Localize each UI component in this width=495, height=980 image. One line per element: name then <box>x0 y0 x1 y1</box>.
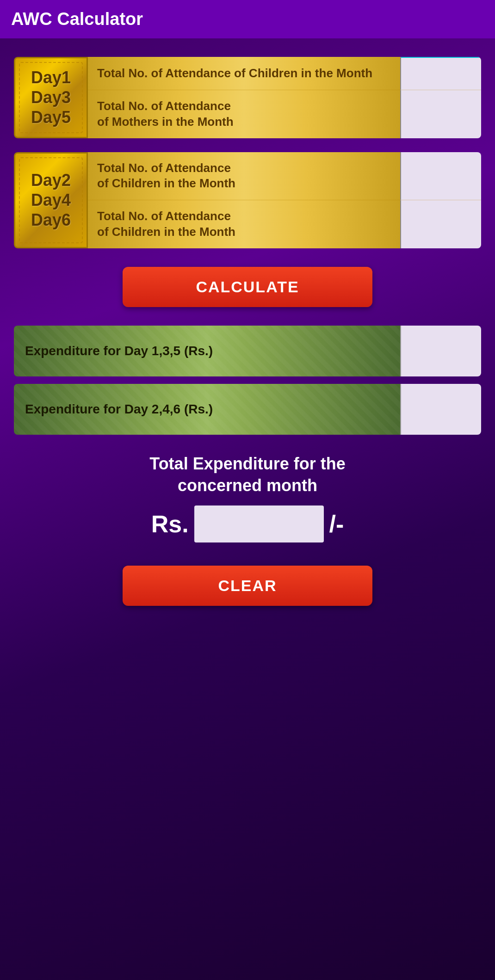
calculate-button-wrap: CALCULATE <box>14 267 481 307</box>
exp246-label-area: Expenditure for Day 2,4,6 (Rs.) <box>14 384 400 435</box>
day135-mothers-row: Total No. of Attendanceof Mothers in the… <box>88 90 481 138</box>
total-input[interactable] <box>194 505 324 542</box>
day135-children-input-wrap <box>400 57 481 90</box>
exp135-card: Expenditure for Day 1,3,5 (Rs.) <box>14 326 481 376</box>
expenditure-section: Expenditure for Day 1,3,5 (Rs.) Expendit… <box>14 326 481 435</box>
day246-children2-input[interactable] <box>401 200 481 248</box>
calculate-button[interactable]: CALCULATE <box>123 267 372 307</box>
day135-mothers-label-area: Total No. of Attendanceof Mothers in the… <box>88 90 400 138</box>
total-slash: /- <box>329 510 344 538</box>
exp135-input-wrap <box>400 326 481 376</box>
day135-children-row: Total No. of Attendance of Children in t… <box>88 57 481 90</box>
day246-children2-label-area: Total No. of Attendanceof Children in th… <box>88 200 400 248</box>
day135-label: Day1Day3Day5 <box>31 68 71 128</box>
total-label: Total Expenditure for the concerned mont… <box>149 453 345 497</box>
day135-children-label-area: Total No. of Attendance of Children in t… <box>88 57 400 90</box>
app-header: AWC Calculator <box>0 0 495 38</box>
day135-mothers-label: Total No. of Attendanceof Mothers in the… <box>97 99 234 130</box>
day135-mothers-input[interactable] <box>401 90 481 138</box>
day135-children-label: Total No. of Attendance of Children in t… <box>97 66 372 81</box>
day246-children2-input-wrap <box>400 200 481 248</box>
exp246-card: Expenditure for Day 2,4,6 (Rs.) <box>14 384 481 435</box>
exp246-input[interactable] <box>401 384 481 435</box>
day246-children-input[interactable] <box>401 152 481 200</box>
day246-rows: Total No. of Attendanceof Children in th… <box>88 152 481 248</box>
exp246-input-wrap <box>400 384 481 435</box>
day135-badge: Day1Day3Day5 <box>14 57 88 138</box>
day246-children-input-wrap <box>400 152 481 201</box>
day246-children-label: Total No. of Attendanceof Children in th… <box>97 160 235 192</box>
total-rs-label: Rs. <box>151 510 189 538</box>
day246-label: Day2Day4Day6 <box>31 170 71 230</box>
day246-children2-label: Total No. of Attendanceof Children in th… <box>97 209 235 240</box>
exp135-label-area: Expenditure for Day 1,3,5 (Rs.) <box>14 326 400 376</box>
bottom-space <box>14 620 481 666</box>
exp135-input[interactable] <box>401 326 481 376</box>
day135-rows: Total No. of Attendance of Children in t… <box>88 57 481 138</box>
day246-children-label-area: Total No. of Attendanceof Children in th… <box>88 152 400 201</box>
exp135-label: Expenditure for Day 1,3,5 (Rs.) <box>25 344 213 358</box>
total-value-row: Rs. /- <box>151 505 344 542</box>
day135-card: Day1Day3Day5 Total No. of Attendance of … <box>14 57 481 138</box>
day246-children2-row: Total No. of Attendanceof Children in th… <box>88 200 481 248</box>
exp246-label: Expenditure for Day 2,4,6 (Rs.) <box>25 402 213 417</box>
day246-children-row: Total No. of Attendanceof Children in th… <box>88 152 481 201</box>
total-section: Total Expenditure for the concerned mont… <box>14 449 481 548</box>
day246-badge: Day2Day4Day6 <box>14 152 88 248</box>
app-title: AWC Calculator <box>11 9 143 29</box>
day135-children-input[interactable] <box>401 57 481 90</box>
day135-mothers-input-wrap <box>400 90 481 138</box>
clear-button[interactable]: CLEAR <box>123 566 372 606</box>
day246-card: Day2Day4Day6 Total No. of Attendanceof C… <box>14 152 481 248</box>
clear-button-wrap: CLEAR <box>14 566 481 606</box>
main-content: Day1Day3Day5 Total No. of Attendance of … <box>0 38 495 684</box>
